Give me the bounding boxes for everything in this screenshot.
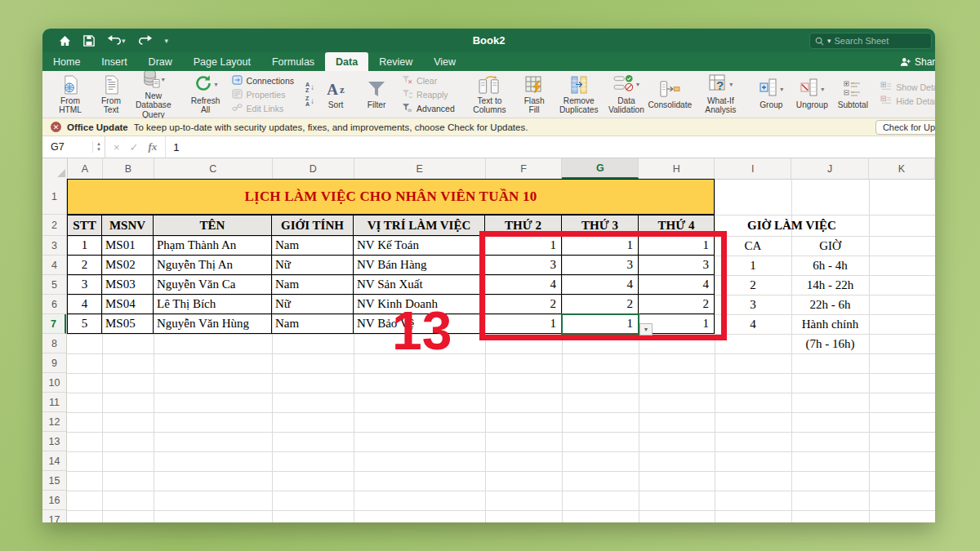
cell-H3[interactable]: 1 xyxy=(639,236,715,256)
row-header-17[interactable]: 17 xyxy=(42,510,66,522)
column-header-I[interactable]: I xyxy=(715,158,791,179)
data-validation-caret-icon[interactable]: ▾ xyxy=(636,81,639,88)
title-banner-cell[interactable]: LỊCH LÀM VIỆC CHO NHÂN VIÊN TUẦN 10 xyxy=(67,179,715,215)
row-header-12[interactable]: 12 xyxy=(42,412,66,432)
row-header-9[interactable]: 9 xyxy=(42,353,66,373)
cell-D5[interactable]: Nam xyxy=(272,275,354,295)
name-box-stepper-icon[interactable]: ▲▼ xyxy=(92,141,101,152)
tab-home[interactable]: Home xyxy=(42,52,91,71)
tab-formulas[interactable]: Formulas xyxy=(261,52,325,71)
header-cell-B2[interactable]: MSNV xyxy=(102,215,154,236)
cell-B6[interactable]: MS04 xyxy=(102,295,154,314)
cell-J6[interactable]: 22h - 6h xyxy=(791,295,869,314)
search-box[interactable]: ▾ Search Sheet xyxy=(809,33,932,49)
refresh-all-button[interactable]: ▾ Refresh All xyxy=(186,73,225,116)
update-close-icon[interactable]: ✕ xyxy=(51,122,61,132)
hide-detail-button[interactable]: Hide Detail xyxy=(880,96,935,107)
cell-C4[interactable]: Nguyễn Thị An xyxy=(154,256,272,275)
cell-A5[interactable]: 3 xyxy=(67,275,102,295)
cell-E3[interactable]: NV Kế Toán xyxy=(354,236,485,256)
row-header-8[interactable]: 8 xyxy=(42,334,66,353)
text-to-columns-button[interactable]: Text to Columns xyxy=(466,73,513,116)
cell-H6[interactable]: 2 xyxy=(639,295,715,314)
cell-F3[interactable]: 1 xyxy=(485,236,562,256)
column-header-J[interactable]: J xyxy=(791,158,869,179)
row-header-1[interactable]: 1 xyxy=(42,179,66,215)
column-header-G[interactable]: G xyxy=(562,158,639,179)
remove-duplicates-button[interactable]: Remove Duplicates xyxy=(555,73,602,116)
column-header-K[interactable]: K xyxy=(869,158,935,179)
cell-I5[interactable]: 2 xyxy=(715,275,791,295)
tab-draw[interactable]: Draw xyxy=(138,52,183,71)
cell-J7[interactable]: Hành chính xyxy=(791,314,869,334)
properties-button[interactable]: Properties xyxy=(232,89,294,100)
show-detail-button[interactable]: Show Detail xyxy=(880,82,935,93)
column-header-H[interactable]: H xyxy=(639,158,715,179)
formula-input[interactable]: 1 xyxy=(165,136,179,158)
cell-B3[interactable]: MS01 xyxy=(102,236,154,256)
what-if-caret-icon[interactable]: ▾ xyxy=(729,81,733,88)
row-header-15[interactable]: 15 xyxy=(42,471,66,491)
header-cell-E2[interactable]: VỊ TRÍ LÀM VIỆC xyxy=(354,215,485,236)
select-all-corner[interactable] xyxy=(42,158,68,179)
row-header-14[interactable]: 14 xyxy=(42,451,66,471)
undo-caret-icon[interactable]: ▾ xyxy=(122,37,126,45)
cell-F7[interactable]: 1 xyxy=(485,314,562,334)
flash-fill-button[interactable]: Flash Fill xyxy=(514,73,554,116)
cell-H5[interactable]: 4 xyxy=(639,275,715,295)
column-header-A[interactable]: A xyxy=(68,158,103,179)
cell-C7[interactable]: Nguyễn Văn Hùng xyxy=(154,314,272,334)
clear-filter-button[interactable]: Clear xyxy=(402,75,455,87)
from-text-button[interactable]: From Text xyxy=(91,73,131,116)
column-header-B[interactable]: B xyxy=(103,158,154,179)
cell-F6[interactable]: 2 xyxy=(485,295,562,314)
cell-G4[interactable]: 3 xyxy=(562,256,639,275)
edit-links-button[interactable]: Edit Links xyxy=(232,103,294,114)
name-box[interactable]: G7 ▲▼ xyxy=(42,136,105,158)
cell-G5[interactable]: 4 xyxy=(562,275,639,295)
cell-D4[interactable]: Nữ xyxy=(272,256,354,275)
save-icon[interactable] xyxy=(83,35,95,47)
column-header-D[interactable]: D xyxy=(273,158,354,179)
tab-page-layout[interactable]: Page Layout xyxy=(183,52,261,71)
group-button[interactable]: ▾ Group xyxy=(751,78,791,110)
cell-B4[interactable]: MS02 xyxy=(102,256,154,275)
row-header-4[interactable]: 4 xyxy=(42,256,66,275)
sort-ascending-button[interactable]: AZ↓ xyxy=(305,82,314,93)
cell-D6[interactable]: Nữ xyxy=(272,295,354,314)
cell-I6[interactable]: 3 xyxy=(715,295,791,314)
redo-icon[interactable] xyxy=(138,35,153,46)
header-cell-G2[interactable]: THỨ 3 xyxy=(562,215,639,236)
cell-E7[interactable]: NV Bảo Vệ xyxy=(354,314,485,334)
check-for-updates-button[interactable]: Check for Updates xyxy=(875,120,935,135)
hours-note-cell[interactable]: (7h - 16h) xyxy=(791,334,869,353)
undo-icon[interactable]: ▾ xyxy=(107,35,126,46)
row-header-6[interactable]: 6 xyxy=(42,295,66,314)
new-database-query-button[interactable]: ▾ New Database Query xyxy=(132,69,175,120)
home-icon[interactable] xyxy=(59,35,71,47)
consolidate-button[interactable]: Consolidate xyxy=(650,78,689,110)
row-header-3[interactable]: 3 xyxy=(42,236,66,256)
connections-button[interactable]: Connections xyxy=(232,75,294,87)
cell-A6[interactable]: 4 xyxy=(67,295,102,314)
filter-button[interactable]: Filter xyxy=(357,78,396,110)
cell-F4[interactable]: 3 xyxy=(485,256,562,275)
row-header-16[interactable]: 16 xyxy=(42,491,66,510)
ungroup-caret-icon[interactable]: ▾ xyxy=(821,86,824,93)
from-html-button[interactable]: From HTML xyxy=(51,73,90,116)
cell-I7[interactable]: 4 xyxy=(715,314,791,334)
advanced-filter-button[interactable]: Advanced xyxy=(402,103,455,114)
header-cell-D2[interactable]: GIỚI TÍNH xyxy=(272,215,354,236)
cell-E6[interactable]: NV Kinh Doanh xyxy=(354,295,485,314)
group-caret-icon[interactable]: ▾ xyxy=(780,86,783,93)
cell-C5[interactable]: Nguyễn Văn Ca xyxy=(154,275,272,295)
cancel-icon[interactable]: × xyxy=(114,141,120,153)
row-header-2[interactable]: 2 xyxy=(42,215,66,236)
cell-J5[interactable]: 14h - 22h xyxy=(791,275,869,295)
validation-dropdown-icon[interactable]: ▼ xyxy=(639,323,653,335)
header-cell-H2[interactable]: THỨ 4 xyxy=(639,215,715,236)
cell-E4[interactable]: NV Bán Hàng xyxy=(354,256,485,275)
fx-icon[interactable]: fx xyxy=(149,140,158,153)
refresh-all-caret-icon[interactable]: ▾ xyxy=(215,81,218,88)
cell-J4[interactable]: 6h - 4h xyxy=(791,256,869,275)
